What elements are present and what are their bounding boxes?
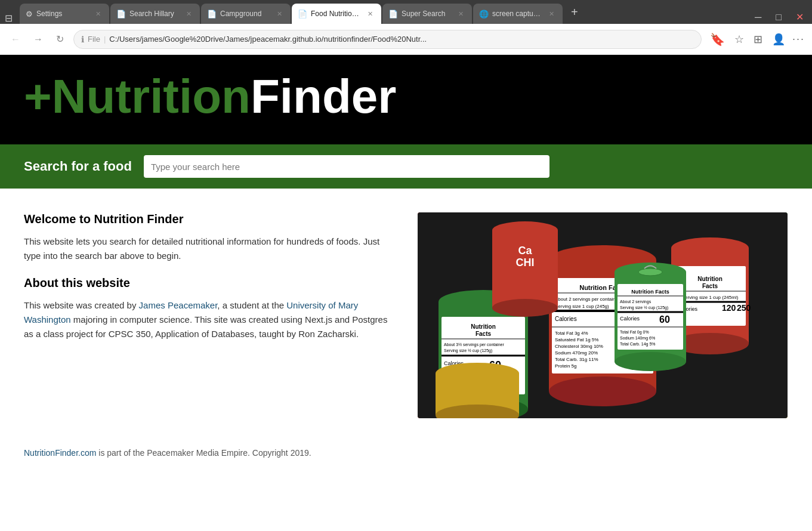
super-search-tab-icon: 📄 xyxy=(388,10,398,18)
minimize-button[interactable]: ─ xyxy=(751,11,765,24)
main-content: Welcome to Nutrition Finder This website… xyxy=(0,189,812,436)
info-icon: ℹ xyxy=(81,35,84,44)
food-image-container: Nutrition Facts Serving size 1 cup (245m… xyxy=(418,212,788,418)
svg-text:Sodium 140mg  6%: Sodium 140mg 6% xyxy=(620,336,655,341)
campground-tab-icon: 📄 xyxy=(207,10,217,18)
svg-text:Total Carb. 14g  5%: Total Carb. 14g 5% xyxy=(620,342,656,347)
svg-text:Sodium 470mg  20%: Sodium 470mg 20% xyxy=(555,350,598,356)
svg-text:120: 120 xyxy=(722,303,736,313)
svg-text:Facts: Facts xyxy=(702,283,718,289)
footer-link[interactable]: NutritionFinder.com xyxy=(24,448,96,458)
svg-text:250: 250 xyxy=(737,303,751,313)
collections-icon[interactable]: ⊞ xyxy=(751,30,765,48)
site-title: +NutritionFinder xyxy=(24,73,396,121)
svg-text:Cholesterol 30mg  10%: Cholesterol 30mg 10% xyxy=(555,344,603,349)
address-box[interactable]: ℹ File | C:/Users/james/Google%20Drive/J… xyxy=(73,30,702,49)
svg-point-15 xyxy=(549,376,656,406)
welcome-heading: Welcome to Nutrition Finder xyxy=(24,212,394,226)
footer-text: NutritionFinder.com is part of the Peace… xyxy=(24,448,788,458)
bookmark-add-icon[interactable]: 🔖 xyxy=(708,30,727,49)
james-link[interactable]: James Peacemaker xyxy=(139,300,218,310)
svg-text:Facts: Facts xyxy=(476,331,492,337)
browser-window: ⊟ ⚙ Settings ✕ 📄 Search Hillary ✕ 📄 Camp… xyxy=(0,0,812,476)
svg-text:About 2 servings: About 2 servings xyxy=(620,300,652,304)
toolbar-icons: 🔖 ☆ ⊞ 👤 ··· xyxy=(708,30,805,49)
svg-rect-47 xyxy=(492,230,558,308)
address-bar: ← → ↻ ℹ File | C:/Users/james/Google%20D… xyxy=(0,24,812,55)
svg-point-54 xyxy=(638,268,662,276)
svg-text:Calories: Calories xyxy=(555,316,577,322)
svg-text:Nutrition: Nutrition xyxy=(471,323,496,330)
window-controls: ─ □ ✕ xyxy=(751,10,807,24)
svg-text:60: 60 xyxy=(659,314,670,325)
search-hillary-tab-icon: 📄 xyxy=(116,10,126,18)
svg-text:Calories: Calories xyxy=(620,316,640,322)
screen-capture-tab-icon: 🌐 xyxy=(479,10,489,18)
tab-search-hillary[interactable]: 📄 Search Hillary ✕ xyxy=(110,4,200,24)
forward-button[interactable]: → xyxy=(30,32,47,47)
settings-tab-icon: ⚙ xyxy=(26,10,33,18)
tab-super-search-label: Super Search xyxy=(402,10,452,18)
profile-icon[interactable]: 👤 xyxy=(770,30,788,48)
svg-text:About 2 servings per container: About 2 servings per container xyxy=(555,297,620,302)
svg-text:Serving size  ½ cup (125g): Serving size ½ cup (125g) xyxy=(444,348,492,353)
tab-screen-capture-label: screen captu… xyxy=(492,10,543,18)
tab-food-nutrition-close[interactable]: ✕ xyxy=(365,9,375,19)
search-bar-area: Search for a food xyxy=(0,144,812,189)
svg-text:Total Fat 0g  0%: Total Fat 0g 0% xyxy=(620,330,649,335)
sidebar-toggle-button[interactable]: ⊟ xyxy=(5,13,13,24)
address-text: C:/Users/james/Google%20Drive/James/jpea… xyxy=(109,35,694,44)
new-tab-button[interactable]: + xyxy=(566,5,583,19)
maximize-button[interactable]: □ xyxy=(772,11,785,24)
tab-super-search[interactable]: 📄 Super Search ✕ xyxy=(382,4,472,24)
svg-text:Serving size  1 cup (245g): Serving size 1 cup (245g) xyxy=(555,304,609,309)
site-title-finder: Finder xyxy=(251,70,396,123)
svg-point-53 xyxy=(615,352,686,371)
food-nutrition-tab-icon: 📄 xyxy=(298,10,307,18)
address-separator: | xyxy=(104,35,106,44)
tab-screen-capture-close[interactable]: ✕ xyxy=(547,9,557,19)
svg-text:Total Fat 3g  4%: Total Fat 3g 4% xyxy=(555,331,588,336)
close-button[interactable]: ✕ xyxy=(792,10,807,24)
site-header: +NutritionFinder xyxy=(0,55,812,144)
about-heading: About this website xyxy=(24,276,394,290)
search-label: Search for a food xyxy=(24,159,132,174)
svg-text:CHI: CHI xyxy=(516,257,535,268)
tab-campground-close[interactable]: ✕ xyxy=(274,9,285,19)
svg-text:Saturated Fat 1g  5%: Saturated Fat 1g 5% xyxy=(555,337,598,342)
back-button[interactable]: ← xyxy=(7,32,24,47)
page-content: +NutritionFinder Search for a food Welco… xyxy=(0,55,812,476)
svg-text:Serving size ½ cup (125g): Serving size ½ cup (125g) xyxy=(620,305,668,310)
file-label: File xyxy=(88,35,100,44)
footer-suffix: is part of the Peacemaker Media Empire. … xyxy=(96,448,311,458)
tab-campground[interactable]: 📄 Campground ✕ xyxy=(201,4,291,24)
tab-search-hillary-close[interactable]: ✕ xyxy=(184,9,194,19)
more-options-button[interactable]: ··· xyxy=(792,33,805,45)
tab-screen-capture[interactable]: 🌐 screen captu… ✕ xyxy=(473,4,563,24)
tab-settings[interactable]: ⚙ Settings ✕ xyxy=(20,4,109,24)
refresh-button[interactable]: ↻ xyxy=(53,31,67,47)
tab-food-nutrition[interactable]: 📄 Food Nutritio… ✕ xyxy=(292,4,381,24)
site-title-plus: + xyxy=(24,70,52,123)
page-footer: NutritionFinder.com is part of the Peace… xyxy=(0,436,812,476)
svg-text:Protein 5g: Protein 5g xyxy=(555,363,576,369)
search-input[interactable] xyxy=(144,155,549,178)
site-title-nutrition: Nutrition xyxy=(52,70,251,123)
svg-text:About 3½ servings per containe: About 3½ servings per container xyxy=(444,342,504,347)
about-paragraph: This website was created by James Peacem… xyxy=(24,298,394,341)
star-icon[interactable]: ☆ xyxy=(732,30,746,48)
tab-campground-label: Campground xyxy=(220,10,271,18)
svg-text:Total Carb. 31g  11%: Total Carb. 31g 11% xyxy=(555,357,598,362)
svg-text:Serving size  1 cup (245ml): Serving size 1 cup (245ml) xyxy=(682,295,739,300)
svg-text:Nutrition: Nutrition xyxy=(697,276,723,282)
content-text: Welcome to Nutrition Finder This website… xyxy=(24,212,394,341)
tab-bar: ⊟ ⚙ Settings ✕ 📄 Search Hillary ✕ 📄 Camp… xyxy=(0,0,812,24)
tab-settings-close[interactable]: ✕ xyxy=(93,9,103,19)
tab-search-hillary-label: Search Hillary xyxy=(129,10,180,18)
welcome-paragraph: This website lets you search for detaile… xyxy=(24,234,394,263)
food-image: Nutrition Facts Serving size 1 cup (245m… xyxy=(418,212,788,418)
svg-text:Nutrition Facts: Nutrition Facts xyxy=(631,289,669,295)
svg-text:Ca: Ca xyxy=(518,245,532,257)
tab-super-search-close[interactable]: ✕ xyxy=(456,9,466,19)
tab-settings-label: Settings xyxy=(36,10,89,18)
